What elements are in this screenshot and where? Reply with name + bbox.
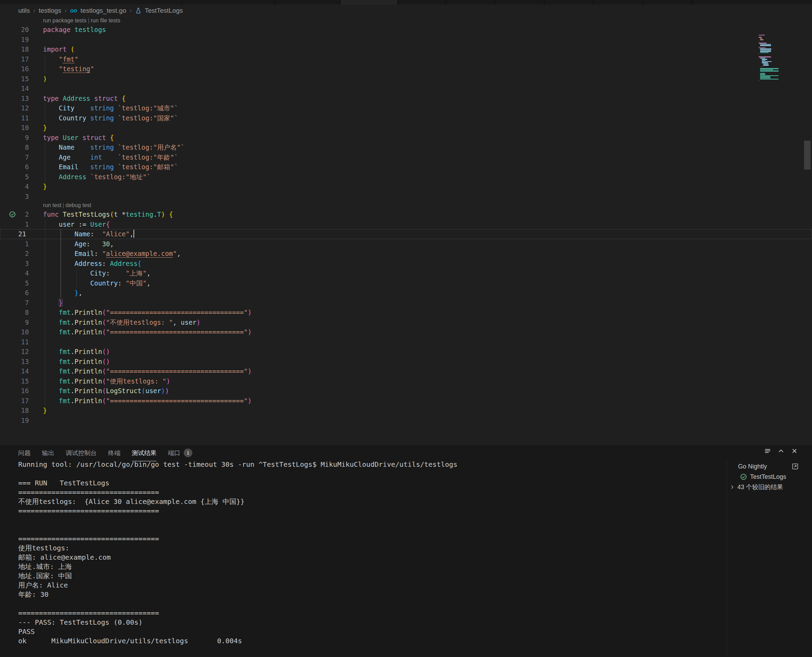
code-line: 14 fmt.Println("========================…	[0, 366, 812, 376]
editor-gutter: 6	[0, 162, 43, 172]
line-number: 12	[0, 347, 29, 357]
editor-gutter: 9	[0, 318, 43, 327]
code-line: 18}	[0, 406, 812, 416]
editor-gutter: 17	[0, 396, 43, 406]
test-result-item[interactable]: TestTestLogs	[727, 472, 812, 482]
line-number: 7	[0, 298, 29, 308]
code-text: City: "上海",	[43, 268, 151, 278]
breadcrumb-item-utils[interactable]: utils	[18, 7, 30, 14]
editor-gutter: 21	[0, 229, 43, 239]
terminal-line: 邮箱: alice@example.com	[18, 553, 720, 562]
panel-tab-ports[interactable]: 端口1	[168, 445, 192, 461]
editor-lines: run package tests|run file tests20packag…	[0, 17, 812, 425]
editor-gutter: 8	[0, 308, 43, 318]
editor-gutter: 14	[0, 366, 43, 376]
code-line: 15 fmt.Println("使用testlogs: ")	[0, 376, 812, 386]
code-line: 14	[0, 84, 812, 93]
line-number: 5	[0, 278, 29, 288]
editor-gutter: 11	[0, 337, 43, 347]
code-line: 19	[0, 416, 812, 425]
code-line: 9type User struct {	[0, 133, 812, 143]
editor-gutter: 6	[0, 288, 43, 298]
older-results-item[interactable]: 43 个较旧的结果	[727, 482, 812, 492]
close-icon[interactable]	[790, 447, 799, 455]
test-run-header[interactable]: Go Nightly	[727, 461, 812, 472]
panel-tab-terminal[interactable]: 终端	[108, 445, 120, 461]
chevron-up-icon[interactable]	[777, 447, 785, 455]
code-editor[interactable]: run package tests|run file tests20packag…	[0, 17, 812, 444]
code-text: Address `testlog:"地址"`	[43, 172, 151, 182]
line-number: 3	[0, 258, 29, 269]
terminal-output[interactable]: Running tool: /usr/local/go/bin/go test …	[18, 460, 720, 646]
line-number: 13	[0, 357, 29, 367]
go-to-test-icon[interactable]	[791, 462, 799, 470]
editor-gutter: 8	[0, 142, 43, 153]
panel-tab-label: 调试控制台	[66, 449, 97, 457]
terminal-line	[18, 515, 720, 525]
codelens-link[interactable]: debug test	[66, 202, 92, 209]
line-number: 6	[0, 162, 29, 172]
code-line: 19	[0, 35, 812, 45]
code-text: fmt.Println("===========================…	[43, 308, 251, 318]
minimap-line	[760, 79, 779, 79]
breadcrumb-item-testlogs[interactable]: testlogs	[39, 7, 61, 14]
codelens-link[interactable]: run test	[43, 202, 61, 209]
line-number: 18	[0, 44, 29, 54]
breadcrumb: utils › testlogs › GO testlogs_test.go ›…	[0, 5, 812, 17]
tab-divider	[274, 0, 275, 5]
terminal-line: ==================================	[18, 506, 720, 515]
line-number: 2	[0, 249, 29, 258]
editor-gutter: 16	[0, 64, 43, 74]
editor-gutter: 19	[0, 416, 43, 425]
code-line: 18import (	[0, 44, 812, 54]
code-line: 15)	[0, 74, 812, 84]
code-line: 17 fmt.Println("========================…	[0, 396, 812, 406]
code-text: Name: "Alice",	[43, 229, 134, 239]
code-text: fmt.Println("不使用testlogs: ", user)	[43, 318, 200, 327]
codelens-link[interactable]: run file tests	[90, 17, 120, 24]
test-beaker-icon	[135, 8, 142, 14]
active-tab-stub[interactable]	[340, 0, 397, 5]
minimap-line	[762, 61, 772, 62]
code-line: 13type Address struct {	[0, 93, 812, 104]
code-line: 6 Email string `testlog:"邮箱"`	[0, 162, 812, 172]
line-number: 3	[0, 191, 29, 202]
indent-guide	[45, 54, 45, 74]
tab-divider	[692, 0, 692, 5]
output-view-icon[interactable]	[764, 447, 772, 455]
editor-gutter: 1	[0, 220, 43, 229]
indent-guide	[45, 220, 45, 406]
minimap-line	[759, 47, 759, 47]
scrollbar-thumb[interactable]	[804, 141, 810, 170]
code-text: "fmt"	[43, 54, 78, 64]
panel-tab-output[interactable]: 输出	[42, 445, 55, 461]
minimap[interactable]	[759, 34, 807, 92]
minimap-line	[762, 62, 768, 63]
editor-gutter: 7	[0, 298, 43, 308]
editor-gutter: 20	[0, 25, 43, 35]
code-line: 2 Email: "alice@example.com",	[0, 249, 812, 258]
panel-tab-debug-console[interactable]: 调试控制台	[66, 445, 97, 461]
minimap-line	[760, 39, 764, 40]
older-results-label: 43 个较旧的结果	[737, 483, 783, 491]
editor-gutter: 2	[0, 210, 43, 220]
line-number: 20	[0, 25, 29, 35]
panel-tab-problems[interactable]: 问题	[18, 445, 31, 461]
breadcrumb-item-file[interactable]: testlogs_test.go	[81, 7, 126, 14]
line-number: 5	[0, 172, 29, 182]
code-line: 2func TestTestLogs(t *testing.T) {	[0, 210, 812, 220]
line-number: 10	[0, 327, 29, 337]
tab-divider	[446, 0, 446, 5]
code-line: 5 Address `testlog:"地址"`	[0, 172, 812, 182]
code-line: 17 "fmt"	[0, 54, 812, 64]
minimap-line	[760, 78, 771, 78]
test-results-sidebar: Go Nightly TestTestLogs 43 个较旧的结果	[727, 461, 812, 657]
codelens-link[interactable]: run package tests	[43, 17, 86, 24]
editor-gutter: 19	[0, 35, 43, 45]
breadcrumb-item-symbol[interactable]: TestTestLogs	[145, 7, 183, 14]
panel-tab-test-results[interactable]: 测试结果	[132, 445, 157, 461]
code-line: 11	[0, 337, 812, 347]
code-text: "testing"	[43, 64, 94, 74]
editor-gutter: 14	[0, 84, 43, 93]
code-text: fmt.Println("===========================…	[43, 327, 251, 337]
